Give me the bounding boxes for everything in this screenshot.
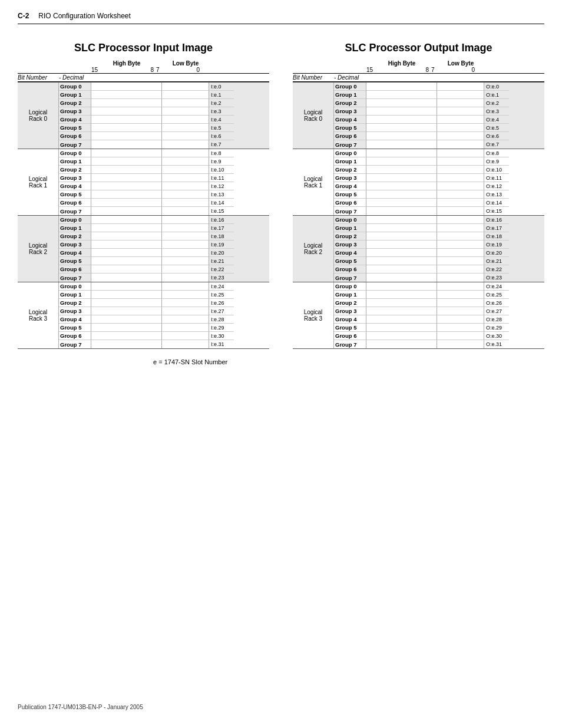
high-byte-cell (366, 199, 437, 207)
low-byte-cell (162, 249, 209, 257)
group-label: Group 3 (334, 307, 366, 315)
group-label: Group 7 (334, 274, 366, 282)
addr-cell: I:e.28 (209, 315, 234, 324)
group-label: Group 2 (59, 299, 91, 307)
group-label: Group 3 (59, 107, 91, 116)
rack-label: Logical Rack 3 (18, 282, 59, 348)
high-byte-cell (91, 91, 161, 99)
addr-cell: O:e.18 (484, 232, 509, 241)
high-byte-cell (366, 99, 437, 107)
output-low-byte-label: Low Byte (437, 60, 484, 67)
high-byte-cell (366, 140, 437, 149)
group-label: Group 0 (334, 282, 366, 291)
group-label: Group 4 (59, 249, 91, 257)
group-label: Group 0 (59, 282, 91, 291)
high-byte-cell (366, 107, 437, 116)
addr-cell: O:e.0 (484, 83, 509, 91)
low-byte-cell (437, 132, 484, 140)
high-byte-cell (91, 340, 161, 348)
low-byte-cell (162, 216, 209, 224)
group-label: Group 0 (334, 149, 366, 157)
high-byte-cell (91, 124, 161, 132)
group-label: Group 1 (334, 291, 366, 299)
high-byte-cell (91, 132, 161, 140)
low-byte-cell (162, 182, 209, 190)
high-byte-cell (91, 249, 161, 257)
group-label: Group 1 (334, 157, 366, 166)
addr-cell: O:e.19 (484, 241, 509, 249)
addr-cell: I:e.9 (209, 157, 234, 166)
high-byte-cell (366, 83, 437, 91)
group-label: Group 4 (59, 182, 91, 190)
output-section: SLC Processor Output Image High Byte Low… (293, 42, 544, 349)
group-label: Group 4 (334, 182, 366, 190)
output-bit-number-hdr: Bit Number (293, 74, 334, 81)
high-byte-cell (91, 282, 161, 291)
group-label: Group 4 (59, 116, 91, 124)
high-byte-cell (366, 166, 437, 174)
addr-cell: O:e.9 (484, 157, 509, 166)
group-label: Group 2 (334, 299, 366, 307)
low-byte-cell (162, 132, 209, 140)
high-byte-cell (366, 216, 437, 224)
group-label: Group 7 (59, 140, 91, 149)
low-byte-cell (437, 116, 484, 124)
high-byte-cell (91, 166, 161, 174)
low-byte-cell (437, 107, 484, 116)
addr-cell: I:e.6 (209, 132, 234, 140)
addr-cell: O:e.6 (484, 132, 509, 140)
group-label: Group 7 (334, 207, 366, 215)
output-table: Logical Rack 0Group 0Group 1Group 2Group… (293, 82, 544, 349)
group-label: Group 1 (334, 224, 366, 232)
high-byte-cell (366, 282, 437, 291)
group-label: Group 5 (334, 324, 366, 332)
low-byte-cell (437, 140, 484, 149)
group-label: Group 3 (59, 307, 91, 315)
input-table: Logical Rack 0Group 0Group 1Group 2Group… (18, 82, 269, 349)
high-byte-cell (366, 299, 437, 307)
low-byte-cell (162, 149, 209, 157)
output-high-byte-label: High Byte (366, 60, 437, 67)
group-label: Group 2 (334, 99, 366, 107)
group-label: Group 2 (59, 99, 91, 107)
group-label: Group 4 (334, 116, 366, 124)
low-byte-cell (162, 224, 209, 232)
high-byte-cell (366, 232, 437, 241)
input-bit8: 8 (97, 67, 156, 73)
high-byte-cell (91, 216, 161, 224)
group-label: Group 2 (334, 166, 366, 174)
input-bit0: 0 (162, 67, 202, 73)
addr-cell: I:e.10 (209, 166, 234, 174)
output-bit0: 0 (437, 67, 477, 73)
low-byte-cell (437, 315, 484, 324)
addr-cell: I:e.8 (209, 149, 234, 157)
high-byte-cell (366, 116, 437, 124)
addr-cell: O:e.22 (484, 265, 509, 274)
high-byte-cell (91, 174, 161, 182)
addr-cell: I:e.23 (209, 274, 234, 282)
low-byte-cell (162, 265, 209, 274)
group-label: Group 3 (59, 241, 91, 249)
addr-cell: O:e.20 (484, 249, 509, 257)
input-bit-number-hdr: Bit Number (18, 74, 59, 81)
group-label: Group 1 (59, 291, 91, 299)
group-label: Group 0 (59, 83, 91, 91)
high-byte-cell (91, 224, 161, 232)
low-byte-cell (162, 274, 209, 282)
addr-cell: I:e.21 (209, 257, 234, 265)
high-byte-cell (366, 274, 437, 282)
addr-cell: I:e.26 (209, 299, 234, 307)
high-byte-cell (91, 99, 161, 107)
addr-cell: I:e.27 (209, 307, 234, 315)
input-section-title: SLC Processor Input Image (18, 42, 269, 54)
addr-cell: I:e.17 (209, 224, 234, 232)
footnote: e = 1747-SN Slot Number (153, 358, 544, 365)
low-byte-cell (162, 91, 209, 99)
low-byte-cell (437, 174, 484, 182)
low-byte-cell (437, 232, 484, 241)
low-byte-cell (437, 249, 484, 257)
input-decimal-hdr: - Decimal (59, 74, 91, 81)
group-label: Group 5 (59, 257, 91, 265)
addr-cell: I:e.22 (209, 265, 234, 274)
addr-cell: I:e.30 (209, 332, 234, 340)
